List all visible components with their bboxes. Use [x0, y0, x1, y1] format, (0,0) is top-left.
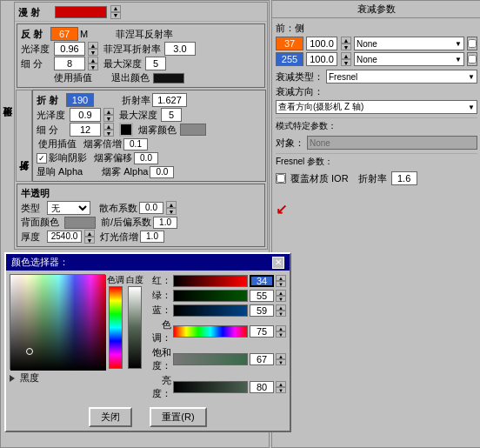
hue-up[interactable]: ▲: [276, 325, 286, 331]
blue-label: 蓝：: [147, 304, 171, 317]
front-value[interactable]: 37: [276, 37, 303, 50]
fog-multi-value[interactable]: 0.1: [123, 138, 148, 150]
max-depth2-value[interactable]: 5: [161, 108, 182, 122]
detail2-down[interactable]: ▼: [103, 130, 114, 137]
front-label: 前：侧: [276, 22, 304, 35]
none1-dropdown[interactable]: None ▼: [354, 37, 464, 50]
gradient-canvas[interactable]: [10, 275, 106, 371]
none2-dropdown[interactable]: None ▼: [354, 52, 464, 66]
back-color-swatch[interactable]: [64, 217, 96, 229]
hue-down[interactable]: ▼: [276, 331, 286, 338]
semi-type-label: 类型: [21, 202, 45, 215]
side-down[interactable]: ▼: [341, 59, 351, 66]
green-slider[interactable]: [173, 290, 248, 302]
green-up[interactable]: ▲: [276, 290, 286, 296]
bright-value[interactable]: [250, 381, 274, 393]
scatter-up[interactable]: ▲: [166, 201, 177, 208]
reflect-label: 反 射: [21, 28, 49, 41]
object-value: None: [307, 136, 477, 150]
black-arrow: [10, 375, 17, 382]
scatter-down[interactable]: ▼: [166, 208, 177, 215]
side-percent[interactable]: 100.0: [306, 52, 337, 66]
gloss-up[interactable]: ▲: [88, 42, 98, 49]
semi-type-select[interactable]: 无: [47, 201, 90, 215]
sat-up[interactable]: ▲: [276, 353, 286, 359]
color-gradient-box[interactable]: [10, 274, 105, 370]
refract-value[interactable]: 190: [66, 93, 94, 107]
detail-up[interactable]: ▲: [88, 57, 98, 64]
refract-rate-value[interactable]: 1.627: [152, 93, 187, 107]
light-multi-value[interactable]: 1.0: [140, 231, 164, 243]
sat-down[interactable]: ▼: [276, 359, 286, 365]
gloss2-down[interactable]: ▼: [103, 115, 114, 122]
blue-value[interactable]: [250, 304, 274, 317]
close-button[interactable]: 关闭: [89, 407, 132, 427]
side-up[interactable]: ▲: [341, 52, 351, 59]
gloss2-value[interactable]: 0.9: [70, 108, 101, 122]
scatter-value[interactable]: 0.0: [139, 202, 163, 214]
decay-type-dropdown[interactable]: Fresnel ▼: [326, 70, 477, 84]
diffuse-spinner-up[interactable]: ▲: [110, 5, 121, 12]
diffuse-header-label: 漫 射: [18, 6, 53, 19]
front-down[interactable]: ▼: [341, 43, 351, 50]
thickness-value[interactable]: 2540.0: [47, 231, 82, 243]
bright-up[interactable]: ▲: [276, 381, 286, 387]
fresnel-refract-label: 菲涅耳折射率: [103, 43, 161, 56]
exit-color2-box[interactable]: [119, 123, 133, 137]
detail2-up[interactable]: ▲: [103, 123, 114, 130]
none2-checkbox[interactable]: [468, 55, 477, 64]
white-bar[interactable]: [128, 286, 142, 369]
shadow-checkbox[interactable]: ✓: [37, 153, 47, 164]
red-value[interactable]: [250, 275, 274, 287]
ior-value[interactable]: 1.6: [391, 171, 417, 185]
sat-slider[interactable]: [173, 353, 248, 365]
decay-dir-dropdown[interactable]: 查看方向(摄影机 Z 轴) ▼: [276, 100, 477, 114]
blue-slider[interactable]: [173, 304, 248, 317]
fog-offset-value[interactable]: 0.0: [134, 152, 158, 164]
fog-color-swatch[interactable]: [180, 124, 206, 136]
thickness-up[interactable]: ▲: [84, 230, 95, 237]
front-back-value[interactable]: 1.0: [153, 217, 177, 229]
ior-checkbox[interactable]: [276, 173, 286, 184]
fresnel-refract-val[interactable]: 3.0: [164, 42, 196, 56]
front-percent[interactable]: 100.0: [306, 37, 337, 50]
bright-slider[interactable]: [173, 381, 248, 393]
max-depth-value[interactable]: 5: [145, 57, 166, 70]
blue-down[interactable]: ▼: [276, 311, 286, 317]
red-slider[interactable]: [173, 275, 248, 287]
gloss-value[interactable]: 0.96: [54, 42, 85, 56]
gloss-down[interactable]: ▼: [88, 49, 98, 56]
side-value[interactable]: 255: [276, 52, 303, 66]
fresnel-params-divider: Fresnel 参数：: [276, 153, 477, 168]
fog-alpha-value[interactable]: 0.0: [150, 166, 174, 178]
none2-check[interactable]: [467, 52, 477, 66]
green-value[interactable]: [250, 290, 274, 302]
hue-value[interactable]: [250, 325, 274, 338]
exit-color-swatch[interactable]: [153, 73, 184, 84]
green-down[interactable]: ▼: [276, 296, 286, 302]
detail-down[interactable]: ▼: [88, 64, 98, 70]
thickness-down[interactable]: ▼: [84, 237, 95, 244]
detail2-value[interactable]: 12: [70, 123, 101, 137]
detail-value[interactable]: 8: [54, 57, 85, 70]
front-up[interactable]: ▲: [341, 37, 351, 43]
red-down[interactable]: ▼: [276, 281, 286, 287]
hue-row: 色调： ▲ ▼: [147, 318, 286, 344]
reset-button[interactable]: 重置(R): [150, 407, 206, 427]
red-label: 红：: [147, 274, 171, 287]
blue-up[interactable]: ▲: [276, 304, 286, 311]
hue-slider[interactable]: [173, 325, 248, 338]
gloss2-up[interactable]: ▲: [103, 108, 114, 115]
red-up[interactable]: ▲: [276, 275, 286, 281]
hue-bar[interactable]: [109, 286, 123, 369]
bright-down[interactable]: ▼: [276, 387, 286, 393]
ior-checkbox-input[interactable]: [277, 174, 285, 183]
decay-dir-label: 衰减方向：: [276, 85, 323, 98]
diffuse-color-swatch[interactable]: [55, 6, 107, 18]
reflect-value[interactable]: 67: [50, 27, 78, 41]
diffuse-spinner-down[interactable]: ▼: [110, 12, 121, 19]
none1-check[interactable]: [467, 37, 477, 50]
sat-value[interactable]: [250, 353, 274, 365]
close-title-btn[interactable]: ✕: [272, 257, 284, 269]
none1-checkbox[interactable]: [468, 39, 477, 48]
